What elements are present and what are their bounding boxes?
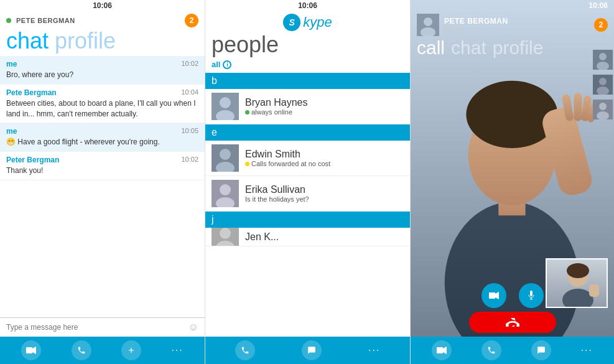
call-video-button[interactable] xyxy=(481,283,506,308)
chat-contact-header: PETE BERGMAN xyxy=(6,17,75,24)
message-input[interactable] xyxy=(6,323,188,332)
message-time: 10:02 xyxy=(181,60,198,68)
call-bottom-chat-button[interactable] xyxy=(531,340,551,360)
side-contact-1[interactable] xyxy=(593,50,613,70)
call-bottom-phone-button[interactable] xyxy=(481,340,501,360)
contact-item-erika[interactable]: Erika Sullivan Is it the holidays yet? xyxy=(205,176,410,212)
message-sender: Pete Bergman xyxy=(6,88,57,97)
more-options-button[interactable]: ··· xyxy=(171,345,183,356)
call-status-time: 10:06 xyxy=(588,1,608,10)
contact-avatar-erika xyxy=(212,180,239,207)
end-call-button[interactable] xyxy=(469,312,556,333)
contact-item-jen[interactable]: Jen K... xyxy=(205,228,410,246)
message-header: me 10:05 xyxy=(6,127,198,136)
contact-item-bryan[interactable]: Bryan Haynes always online xyxy=(205,89,410,124)
side-contact-2[interactable] xyxy=(593,75,613,95)
svg-rect-41 xyxy=(489,292,495,299)
skype-logo-icon: S xyxy=(283,14,300,31)
people-panel: 10:06 S kype people all i b Bryan Hayn xyxy=(205,0,411,364)
chat-bottom-bar: ··· xyxy=(0,337,205,364)
letter-divider-e: e xyxy=(205,124,410,141)
svg-point-3 xyxy=(220,97,231,108)
svg-marker-49 xyxy=(443,347,447,354)
contact-status-erika: Is it the holidays yet? xyxy=(245,195,404,203)
message-header: me 10:02 xyxy=(6,60,198,68)
message-sender: me xyxy=(6,60,17,68)
contact-avatar-edwin xyxy=(212,144,239,172)
filter-info-icon: i xyxy=(223,60,231,69)
message-text: Thank you! xyxy=(6,166,198,176)
svg-rect-46 xyxy=(506,324,509,327)
message-item: Pete Bergman 10:04 Between cities, about… xyxy=(0,85,205,124)
message-item: Peter Bergman 10:02 Thank you! xyxy=(0,152,205,180)
svg-rect-0 xyxy=(26,347,32,353)
message-time: 10:05 xyxy=(181,127,198,136)
message-text: Bro, where are you? xyxy=(6,70,198,80)
svg-point-9 xyxy=(220,184,231,195)
people-contacts-list: b Bryan Haynes always online e xyxy=(205,73,410,337)
chat-contact-name: PETE BERGMAN xyxy=(16,17,75,24)
svg-point-6 xyxy=(220,149,231,160)
call-status-bar: 10:06 xyxy=(411,0,614,11)
svg-rect-48 xyxy=(437,347,443,353)
people-bottom-bar: ··· xyxy=(205,337,410,364)
chat-status-time: 10:06 xyxy=(93,1,112,10)
people-status-bar: 10:06 xyxy=(205,0,410,11)
status-indicator-bryan xyxy=(245,110,249,114)
call-contact-info: PETE BERGMAN 02:51 xyxy=(439,17,594,33)
letter-divider-j: j xyxy=(205,212,410,228)
svg-marker-1 xyxy=(32,347,36,354)
call-more-button[interactable]: ··· xyxy=(581,345,593,356)
chat-title-part1: chat xyxy=(6,28,49,54)
message-sender: Peter Bergman xyxy=(6,156,59,164)
all-filter[interactable]: all i xyxy=(205,58,410,73)
message-sender: me xyxy=(6,127,17,136)
people-phone-button[interactable] xyxy=(235,340,255,360)
svg-rect-40 xyxy=(589,284,599,297)
all-filter-label: all xyxy=(212,60,220,69)
contact-info-erika: Erika Sullivan Is it the holidays yet? xyxy=(245,184,404,203)
svg-point-31 xyxy=(599,78,607,85)
people-more-button[interactable]: ··· xyxy=(368,345,380,356)
message-text: Between cities, about to board a plane, … xyxy=(6,98,198,119)
message-time: 10:04 xyxy=(181,88,198,97)
svg-rect-21 xyxy=(574,93,582,121)
call-bottom-video-button[interactable] xyxy=(432,340,452,360)
side-contact-3[interactable] xyxy=(593,100,613,119)
chat-status-bar: 10:06 xyxy=(0,0,205,11)
contact-name-jen: Jen K... xyxy=(245,231,404,243)
message-item: me 10:05 😁 Have a good flight - wherever… xyxy=(0,123,205,152)
emoji-icon[interactable]: ☺ xyxy=(188,322,198,333)
svg-point-39 xyxy=(567,263,589,278)
chat-title-part2: profile xyxy=(55,28,116,54)
call-contact-avatar xyxy=(417,14,439,36)
call-pip-thumbnail xyxy=(546,258,608,308)
call-title-profile: profile xyxy=(493,39,544,57)
online-indicator xyxy=(6,18,11,23)
contact-item-edwin[interactable]: Edwin Smith Calls forwarded at no cost xyxy=(205,141,410,176)
call-bottom-bar: ··· xyxy=(411,337,614,364)
chat-input-area[interactable]: ☺ xyxy=(0,317,205,337)
svg-point-18 xyxy=(466,81,557,148)
call-mic-button[interactable] xyxy=(519,283,544,308)
people-status-time: 10:06 xyxy=(298,1,317,10)
svg-point-28 xyxy=(599,53,607,60)
people-top-bar: S kype xyxy=(205,11,410,34)
svg-rect-43 xyxy=(530,291,533,296)
message-text: 😁 Have a good flight - wherever you're g… xyxy=(6,137,198,147)
contact-avatar-bryan xyxy=(212,93,239,120)
notification-badge: 2 xyxy=(185,14,198,27)
add-button[interactable] xyxy=(121,340,141,360)
status-indicator-edwin xyxy=(245,162,249,166)
call-title-chat: chat xyxy=(451,39,486,57)
skype-logo-text: kype xyxy=(303,14,332,30)
message-item: me 10:02 Bro, where are you? xyxy=(0,56,205,85)
message-header: Peter Bergman 10:02 xyxy=(6,156,198,164)
svg-point-34 xyxy=(599,103,607,110)
people-chat-button[interactable] xyxy=(302,340,322,360)
voice-call-button[interactable] xyxy=(72,340,91,360)
video-call-button[interactable] xyxy=(21,340,41,360)
call-duration: 02:51 xyxy=(444,26,594,33)
letter-divider-b: b xyxy=(205,73,410,89)
svg-point-12 xyxy=(220,228,231,239)
